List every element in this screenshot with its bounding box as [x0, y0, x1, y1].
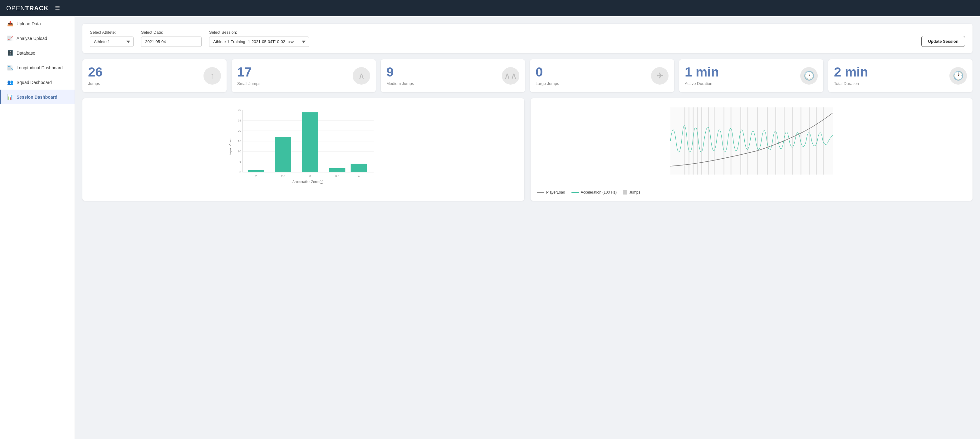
svg-rect-41 [816, 107, 817, 174]
longitudinal-dashboard-icon: 📉 [7, 65, 13, 70]
svg-text:Acceleration Zone (g): Acceleration Zone (g) [293, 180, 323, 184]
sidebar-item-label: Analyse Upload [16, 36, 47, 41]
svg-rect-26 [697, 107, 698, 174]
upload-data-icon: 📤 [7, 21, 13, 27]
sidebar-item-longitudinal-dashboard[interactable]: 📉 Longitudinal Dashboard [0, 60, 75, 75]
acceleration-color [571, 192, 579, 193]
svg-text:30: 30 [238, 108, 241, 112]
session-filter-group: Select Session: Athlete-1-Training--1-20… [209, 30, 309, 47]
svg-rect-28 [708, 107, 709, 174]
sidebar-item-label: Longitudinal Dashboard [16, 65, 63, 70]
stat-icon-small-jumps: ∧ [358, 70, 365, 81]
svg-text:20: 20 [238, 129, 241, 132]
bar-3 [302, 112, 318, 172]
sidebar-item-squad-dashboard[interactable]: 👥 Squad Dashboard [0, 75, 75, 89]
svg-text:25: 25 [238, 119, 241, 122]
squad-dashboard-icon: 👥 [7, 79, 13, 85]
legend-player-load: PlayerLoad [537, 190, 565, 195]
svg-rect-40 [809, 107, 810, 174]
svg-rect-30 [724, 107, 724, 174]
date-filter-group: Select Date: [141, 30, 202, 47]
svg-rect-34 [757, 107, 758, 174]
legend-acceleration: Acceleration (100 Hz) [571, 190, 617, 195]
bar-4 [351, 164, 367, 172]
svg-rect-36 [775, 107, 776, 174]
stat-number-large-jumps: 0 [536, 65, 559, 79]
stat-label-small-jumps: Small Jumps [237, 81, 260, 86]
line-chart-card: PlayerLoad Acceleration (100 Hz) Jumps [531, 98, 972, 201]
athlete-select[interactable]: Athlete 1 [90, 37, 134, 47]
stat-icon-wrap-medium-jumps: ∧∧ [502, 67, 519, 85]
athlete-label: Select Athlete: [90, 30, 134, 35]
stat-icon-total-duration: 🕐 [953, 70, 964, 81]
hamburger-menu-icon[interactable]: ☰ [55, 5, 60, 11]
stat-number-medium-jumps: 9 [387, 65, 414, 79]
sidebar-item-label: Session Dashboard [16, 94, 57, 100]
athlete-filter-group: Select Athlete: Athlete 1 [90, 30, 134, 47]
legend-jumps: Jumps [623, 190, 640, 195]
stat-label-total-duration: Total Duration [834, 81, 868, 86]
stat-text: 2 min Total Duration [834, 65, 868, 86]
svg-rect-32 [740, 107, 741, 174]
stat-card-large-jumps: 0 Large Jumps ✈ [530, 59, 674, 92]
bar-chart-card: Impact Count 0 5 10 15 [83, 98, 524, 201]
stat-text: 0 Large Jumps [536, 65, 559, 86]
stat-card-medium-jumps: 9 Medium Jumps ∧∧ [381, 59, 525, 92]
player-load-label: PlayerLoad [546, 190, 565, 195]
sidebar-item-label: Squad Dashboard [16, 80, 52, 85]
app-logo: OPENTRACK [6, 5, 49, 12]
update-session-button[interactable]: Update Session [921, 36, 965, 47]
session-dashboard-icon: 📊 [7, 94, 13, 100]
charts-row: Impact Count 0 5 10 15 [83, 98, 972, 201]
line-chart [537, 105, 966, 186]
stat-icon-wrap-large-jumps: ✈ [651, 67, 668, 85]
stat-number-small-jumps: 17 [237, 65, 260, 79]
svg-text:Impact Count: Impact Count [229, 138, 232, 155]
stat-number-active-duration: 1 min [685, 65, 719, 79]
bar-2 [248, 170, 264, 172]
svg-text:2: 2 [255, 174, 257, 178]
sidebar-item-analyse-upload[interactable]: 📈 Analyse Upload [0, 31, 75, 46]
acceleration-label: Acceleration (100 Hz) [581, 190, 617, 195]
svg-text:0: 0 [239, 170, 241, 174]
svg-rect-33 [748, 107, 748, 174]
stat-number-total-duration: 2 min [834, 65, 868, 79]
sidebar-item-session-dashboard[interactable]: 📊 Session Dashboard [0, 89, 75, 104]
main-content: Select Athlete: Athlete 1 Select Date: S… [75, 16, 980, 439]
bar-3.5 [329, 168, 345, 172]
sidebar: 📤 Upload Data 📈 Analyse Upload 🗄️ Databa… [0, 16, 75, 439]
sidebar-item-label: Upload Data [16, 21, 41, 26]
top-navigation: OPENTRACK ☰ [0, 0, 980, 16]
player-load-color [537, 192, 544, 193]
stat-card-jumps: 26 Jumps ↑ [83, 59, 227, 92]
stat-icon-medium-jumps: ∧∧ [504, 70, 517, 81]
stat-text: 26 Jumps [88, 65, 103, 86]
chart-legend: PlayerLoad Acceleration (100 Hz) Jumps [537, 190, 966, 195]
database-icon: 🗄️ [7, 50, 13, 56]
analyse-upload-icon: 📈 [7, 35, 13, 41]
filter-panel: Select Athlete: Athlete 1 Select Date: S… [83, 24, 972, 53]
stat-label-active-duration: Active Duration [685, 81, 719, 86]
stat-text: 9 Medium Jumps [387, 65, 414, 86]
sidebar-item-database[interactable]: 🗄️ Database [0, 46, 75, 60]
stat-icon-active-duration: 🕐 [803, 70, 815, 81]
session-select[interactable]: Athlete-1-Training--1-2021-05-04T10-02-.… [209, 37, 309, 47]
svg-rect-22 [670, 107, 833, 174]
svg-text:3.5: 3.5 [335, 174, 339, 178]
sidebar-item-upload-data[interactable]: 📤 Upload Data [0, 16, 75, 31]
stat-card-small-jumps: 17 Small Jumps ∧ [232, 59, 376, 92]
svg-text:15: 15 [238, 139, 241, 143]
session-label: Select Session: [209, 30, 309, 35]
svg-rect-29 [714, 107, 715, 174]
date-label: Select Date: [141, 30, 202, 35]
svg-text:10: 10 [238, 150, 241, 153]
date-input[interactable] [141, 37, 202, 47]
stat-label-medium-jumps: Medium Jumps [387, 81, 414, 86]
svg-text:4: 4 [358, 174, 360, 178]
jumps-legend-label: Jumps [629, 190, 640, 195]
stat-icon-wrap-jumps: ↑ [204, 67, 221, 85]
svg-rect-38 [792, 107, 793, 174]
stat-text: 1 min Active Duration [685, 65, 719, 86]
stat-label-jumps: Jumps [88, 81, 103, 86]
stat-icon-wrap-total-duration: 🕐 [950, 67, 967, 85]
